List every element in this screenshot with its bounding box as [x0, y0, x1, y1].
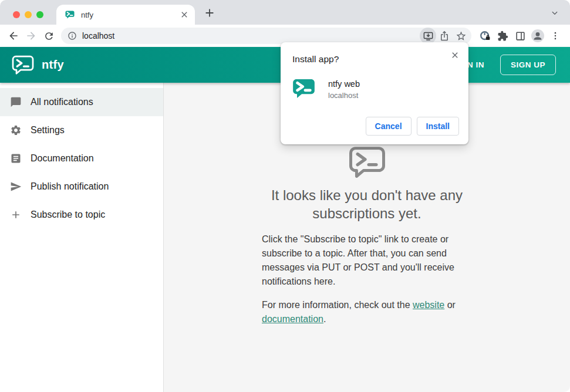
- sign-up-button[interactable]: SIGN UP: [500, 55, 556, 75]
- dialog-app-info: ntfy web localhost: [328, 78, 360, 100]
- chat-icon: [10, 96, 22, 108]
- sidebar-item-label: Publish notification: [31, 181, 109, 192]
- arrow-forward-icon: [25, 30, 37, 42]
- dialog-app-origin: localhost: [328, 91, 360, 100]
- traffic-lights: [13, 11, 43, 18]
- empty-state-heading: It looks like you don't have any subscri…: [238, 186, 496, 222]
- ntfy-empty-state-icon: [349, 146, 386, 179]
- kebab-menu-icon: [550, 31, 561, 41]
- dialog-app-row: ntfy web localhost: [292, 78, 457, 100]
- sidebar-item-label: Subscribe to topic: [31, 209, 105, 220]
- chevron-down-icon: [549, 8, 560, 18]
- install-icon: [423, 31, 434, 42]
- dialog-title: Install app?: [292, 54, 457, 65]
- ntfy-app-icon: [292, 78, 315, 99]
- ntfy-logo: [12, 55, 34, 75]
- website-link[interactable]: website: [413, 300, 444, 310]
- more-info-suffix: .: [323, 314, 326, 324]
- sidebar-item-settings[interactable]: Settings: [0, 116, 163, 144]
- sidebar-item-documentation[interactable]: Documentation: [0, 144, 163, 173]
- sidebar-item-label: Settings: [31, 125, 65, 136]
- instructions-paragraph: Click the "Subscribe to topic" link to c…: [262, 232, 472, 289]
- browser-menu-button[interactable]: [547, 27, 564, 45]
- sidebar-item-all-notifications[interactable]: All notifications: [0, 88, 163, 116]
- sidebar-item-label: Documentation: [31, 153, 94, 164]
- install-button[interactable]: Install: [417, 117, 459, 136]
- sidebar-item-subscribe-to-topic[interactable]: Subscribe to topic: [0, 201, 163, 229]
- install-app-button[interactable]: [420, 28, 436, 44]
- install-app-dialog: Install app? ntfy web localhost Cancel I…: [281, 42, 468, 144]
- extension-lock-icon: [479, 30, 491, 42]
- profile-button[interactable]: [529, 27, 547, 45]
- more-info-paragraph: For more information, check out the webs…: [262, 298, 472, 326]
- site-info-icon[interactable]: [68, 31, 77, 40]
- plus-icon: [203, 6, 216, 19]
- close-icon: [450, 50, 460, 60]
- zoom-window-button[interactable]: [36, 11, 43, 18]
- cancel-button[interactable]: Cancel: [366, 117, 412, 136]
- arrow-back-icon: [8, 30, 19, 42]
- more-info-prefix: For more information, check out the: [262, 300, 413, 310]
- send-icon: [10, 181, 22, 192]
- star-icon: [456, 31, 467, 42]
- share-button[interactable]: [436, 28, 453, 44]
- documentation-link[interactable]: documentation: [262, 314, 323, 324]
- brand-name: ntfy: [42, 58, 64, 72]
- dialog-actions: Cancel Install: [366, 117, 459, 136]
- dialog-close-button[interactable]: [449, 49, 461, 61]
- close-window-button[interactable]: [13, 11, 20, 18]
- password-extension-button[interactable]: [476, 27, 494, 45]
- ntfy-favicon: [65, 10, 75, 19]
- new-tab-button[interactable]: [202, 5, 217, 21]
- side-panel-button[interactable]: [511, 27, 529, 45]
- puzzle-icon: [497, 31, 508, 42]
- plus-icon: [10, 209, 22, 221]
- sidebar: All notifications Settings Documentation…: [0, 83, 164, 392]
- url-text[interactable]: localhost: [82, 31, 420, 40]
- forward-button[interactable]: [22, 27, 40, 45]
- gear-icon: [10, 124, 22, 136]
- browser-window: ntfy: [0, 0, 570, 392]
- bookmark-button[interactable]: [453, 28, 469, 44]
- side-panel-icon: [515, 31, 526, 42]
- reload-button[interactable]: [40, 27, 58, 45]
- sidebar-item-publish-notification[interactable]: Publish notification: [0, 173, 163, 201]
- more-info-middle: or: [444, 300, 456, 310]
- empty-state-text: Click the "Subscribe to topic" link to c…: [262, 232, 472, 326]
- dialog-app-name: ntfy web: [328, 79, 360, 89]
- tab-strip: ntfy: [0, 0, 570, 25]
- back-button[interactable]: [5, 27, 22, 45]
- extensions-button[interactable]: [494, 27, 511, 45]
- reload-icon: [43, 31, 55, 42]
- tab-close-icon[interactable]: [180, 10, 189, 19]
- sidebar-item-label: All notifications: [31, 97, 93, 107]
- tab-title: ntfy: [81, 11, 180, 19]
- minimize-window-button[interactable]: [25, 11, 32, 18]
- share-icon: [439, 31, 450, 41]
- browser-tab[interactable]: ntfy: [56, 5, 195, 25]
- address-bar[interactable]: localhost: [61, 28, 471, 44]
- article-icon: [10, 153, 22, 164]
- avatar-icon: [531, 29, 545, 43]
- tab-search-button[interactable]: [549, 7, 561, 19]
